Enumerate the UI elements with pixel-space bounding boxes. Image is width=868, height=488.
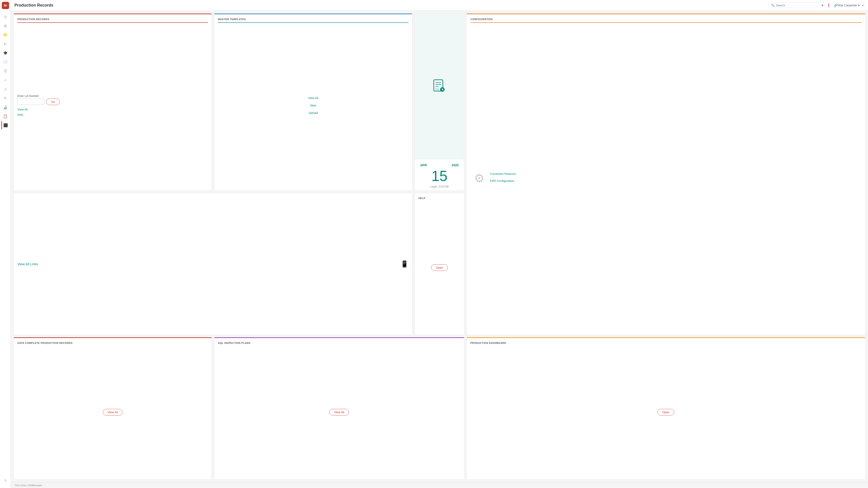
module-icon: ⬛ [3,123,8,127]
page-title: Production Records [14,3,53,8]
link-icon[interactable]: 🔗 [834,3,838,7]
document-edit-icon: ✎ [432,78,447,94]
list-icon: ☰ [4,69,7,73]
sidebar-item-reports[interactable]: 📋 [1,112,9,120]
master-templates-title: MASTER TEMPLATES [218,18,408,23]
master-templates-view-all-link[interactable]: View All [308,96,318,100]
header: Production Records 🔍 ✈ ❗ 🔗 Rob Carpenter… [11,0,868,11]
sidebar-item-refresh[interactable]: ↻ [1,40,9,48]
main-area: Production Records 🔍 ✈ ❗ 🔗 Rob Carpenter… [11,0,868,488]
sidebar-item-help[interactable]: ? [1,477,9,485]
folder-icon: 📁 [3,33,8,37]
production-dashboard-open-button[interactable]: Open [657,409,674,416]
sidebar-item-dashboard[interactable]: ⊞ [1,22,9,30]
production-records-card: PRODUCTION RECORDS Enter Lot Number Go V… [13,13,212,191]
document-icon: 📄 [3,60,8,64]
go-button[interactable]: Go [46,98,60,105]
navigation-icon[interactable]: ✈ [821,3,824,7]
footer: Time Zone: US/Mountain [11,482,868,488]
master-templates-content: View All New Upload [218,26,408,187]
dashboard-icon: ⊞ [4,24,7,28]
app-logo[interactable]: m [2,2,9,9]
help-circle-icon: ? [4,479,6,483]
config-links: Correction Reasons ERP Configuration [490,172,516,184]
lot-number-label: Enter Lot Number [18,94,39,98]
master-templates-upload-link[interactable]: Upload [309,111,318,115]
user-menu[interactable]: Rob Carpenter ▾ [838,4,860,7]
production-records-view-all-link[interactable]: View All [18,108,208,111]
calendar-card: ✎ APR 2020 15 Login: 3:53 PM [414,13,464,191]
alert-icon[interactable]: ❗ [827,3,831,7]
master-templates-card: MASTER TEMPLATES View All New Upload [214,13,412,191]
aql-title: AQL INSPECTION PLANS [218,341,460,346]
sidebar-item-home[interactable]: ⊙ [1,13,9,21]
data-complete-title: DATA COMPLETE PRODUCTION RECORDS [18,341,208,346]
graduation-icon: 🎓 [3,51,8,55]
production-records-new-link[interactable]: New [18,113,208,116]
calendar-month: APR [420,163,427,167]
configuration-card: CONFIGURATION ⚙ Correction Reasons ERP C… [467,13,865,335]
help-content: Open [418,204,460,331]
sidebar-item-module[interactable]: ⬛ [1,121,9,129]
links-card: View All Links 📱 [13,193,412,335]
sidebar-item-lab[interactable]: 🔬 [1,103,9,111]
reports-icon: 📋 [3,114,8,119]
data-complete-content: View All [18,349,208,476]
production-dashboard-card: PRODUCTION DASHBOARD Open [467,337,865,480]
production-records-title: PRODUCTION RECORDS [18,18,208,23]
phone-icon: 📱 [401,260,408,268]
timezone-label: Time Zone: US/Mountain [14,484,42,487]
view-all-links-link[interactable]: View All Links [18,262,38,266]
user-name: Rob Carpenter [838,4,857,7]
aql-view-all-button[interactable]: View All [329,409,349,416]
aql-content: View All [218,349,460,476]
user-chevron-icon: ▾ [858,4,860,7]
master-templates-new-link[interactable]: New [310,104,316,107]
calendar-day: 15 [431,168,447,184]
search-input[interactable] [776,4,816,7]
aql-card: AQL INSPECTION PLANS View All [214,337,464,480]
tasks-icon: ✓ [4,78,7,82]
data-complete-view-all-button[interactable]: View All [103,409,123,416]
sidebar: m ⊙ ⊞ 📁 ↻ 🎓 📄 ☰ ✓ ⚠ ✎ 🔬 📋 ⬛ ? [0,0,11,488]
content-grid: PRODUCTION RECORDS Enter Lot Number Go V… [11,11,868,482]
configuration-title: CONFIGURATION [470,18,862,23]
logout-icon[interactable]: ↩ [862,4,864,7]
header-icons: ✈ ❗ 🔗 [821,3,838,7]
refresh-icon: ↻ [4,42,7,46]
sidebar-item-folder[interactable]: 📁 [1,31,9,39]
sidebar-item-list[interactable]: ☰ [1,67,9,75]
help-card: HELP Open [414,193,464,335]
warning-icon: ⚠ [4,87,7,91]
sidebar-item-edit[interactable]: ✎ [1,94,9,102]
lot-number-input[interactable] [18,99,44,105]
sidebar-item-tasks[interactable]: ✓ [1,76,9,84]
calendar-year: 2020 [452,163,459,167]
edit-icon: ✎ [4,96,7,100]
help-open-button[interactable]: Open [431,264,448,271]
search-box[interactable]: 🔍 [769,2,818,8]
help-title: HELP [418,197,460,201]
erp-configuration-link[interactable]: ERP Configuration [490,179,516,183]
home-icon: ⊙ [4,15,7,19]
sidebar-item-documents[interactable]: 📄 [1,58,9,66]
production-dashboard-title: PRODUCTION DASHBOARD [470,341,862,346]
sidebar-item-warnings[interactable]: ⚠ [1,85,9,93]
login-time: Login: 3:53 PM [417,185,461,188]
production-dashboard-content: Open [470,349,862,476]
search-icon: 🔍 [771,4,775,7]
lab-icon: 🔬 [3,105,8,109]
gear-icon: ⚙ [474,171,485,185]
configuration-body: ⚙ Correction Reasons ERP Configuration [470,26,862,331]
svg-text:✎: ✎ [441,88,444,91]
lot-input-row: Go [18,98,208,105]
data-complete-card: DATA COMPLETE PRODUCTION RECORDS View Al… [13,337,212,480]
sidebar-item-training[interactable]: 🎓 [1,49,9,57]
correction-reasons-link[interactable]: Correction Reasons [490,172,516,175]
